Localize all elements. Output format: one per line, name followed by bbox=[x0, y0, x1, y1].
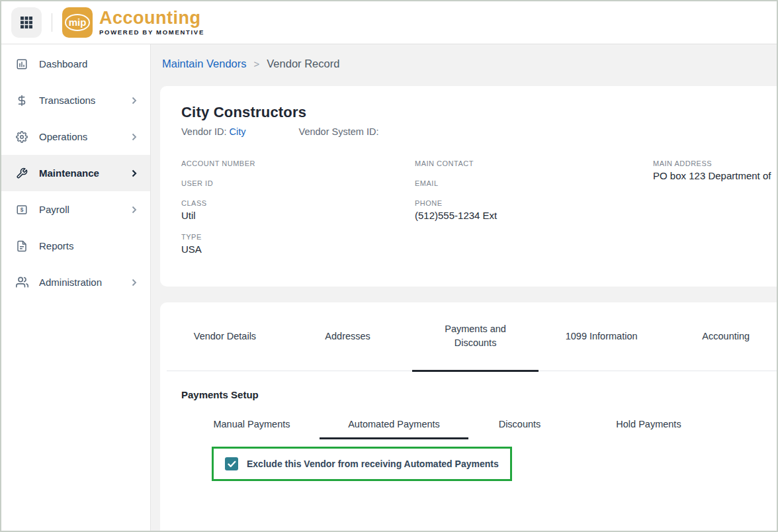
gear-icon bbox=[16, 131, 30, 143]
svg-text:$: $ bbox=[21, 207, 24, 213]
field-value: USA bbox=[181, 244, 415, 255]
vendor-detail-card: Vendor Details Addresses Payments and Di… bbox=[160, 302, 777, 531]
tab-label: Accounting bbox=[702, 331, 750, 341]
sidebar-item-label: Administration bbox=[39, 277, 102, 288]
vendor-id-row: Vendor ID: City Vendor System ID: bbox=[181, 126, 766, 137]
main-content: Maintain Vendors > Vendor Record City Co… bbox=[151, 44, 777, 531]
sidebar-nav: Dashboard Transactions Operations bbox=[1, 44, 151, 531]
vendor-fields-column-2: MAIN CONTACT EMAIL PHONE (512)555-1234 E… bbox=[415, 159, 653, 267]
field-value: Util bbox=[181, 210, 415, 221]
field-main-contact: MAIN CONTACT bbox=[415, 159, 653, 167]
dollar-icon bbox=[16, 95, 30, 107]
tab-label: Payments and Discounts bbox=[437, 322, 513, 350]
chevron-right-icon bbox=[132, 169, 137, 177]
payroll-dollar-icon: $ bbox=[16, 204, 30, 216]
exclude-vendor-checkbox[interactable] bbox=[225, 457, 238, 470]
breadcrumb-link-maintain-vendors[interactable]: Maintain Vendors bbox=[162, 58, 247, 70]
chevron-right-icon bbox=[132, 279, 137, 287]
subtab-label: Discounts bbox=[499, 419, 541, 429]
breadcrumb-current: Vendor Record bbox=[267, 58, 339, 70]
sidebar-item-label: Maintenance bbox=[39, 167, 99, 179]
field-main-address: MAIN ADDRESS PO box 123 Department of bbox=[653, 159, 766, 181]
exclude-vendor-checkbox-label[interactable]: Exclude this Vendor from receiving Autom… bbox=[247, 459, 499, 469]
app-launcher-button[interactable] bbox=[11, 7, 42, 38]
sidebar-item-payroll[interactable]: $ Payroll bbox=[1, 191, 150, 228]
sidebar-item-label: Reports bbox=[39, 240, 74, 251]
sidebar-item-label: Operations bbox=[39, 131, 87, 142]
tab-vendor-details[interactable]: Vendor Details bbox=[167, 302, 283, 372]
sidebar-item-reports[interactable]: Reports bbox=[1, 228, 150, 264]
field-phone: PHONE (512)555-1234 Ext bbox=[415, 199, 653, 221]
sidebar-item-label: Payroll bbox=[39, 204, 69, 215]
field-label: USER ID bbox=[181, 179, 415, 187]
vendor-name: City Constructors bbox=[181, 104, 766, 121]
subtab-manual-payments[interactable]: Manual Payments bbox=[184, 408, 320, 439]
tab-payments-and-discounts[interactable]: Payments and Discounts bbox=[412, 302, 539, 372]
sidebar-item-administration[interactable]: Administration bbox=[1, 264, 150, 300]
field-account-number: ACCOUNT NUMBER bbox=[181, 159, 415, 167]
tab-accounting[interactable]: Accounting bbox=[664, 302, 777, 372]
chevron-right-icon bbox=[132, 97, 137, 105]
sidebar-item-label: Dashboard bbox=[39, 58, 87, 69]
tab-label: Vendor Details bbox=[194, 331, 256, 341]
users-icon bbox=[16, 276, 30, 288]
subtab-label: Automated Payments bbox=[348, 419, 440, 429]
field-label: MAIN CONTACT bbox=[415, 159, 653, 167]
field-label: CLASS bbox=[181, 199, 415, 207]
tab-1099-information[interactable]: 1099 Information bbox=[539, 302, 665, 372]
wrench-icon bbox=[16, 167, 30, 179]
header-divider bbox=[52, 13, 52, 32]
brand-tagline: POWERED BY MOMENTIVE bbox=[99, 28, 204, 36]
field-value: PO box 123 Department of bbox=[653, 170, 766, 181]
brand-block: Accounting POWERED BY MOMENTIVE bbox=[99, 9, 204, 36]
vendor-id: Vendor ID: City bbox=[181, 126, 246, 137]
document-icon bbox=[16, 240, 30, 252]
subtab-label: Manual Payments bbox=[213, 419, 290, 429]
vendor-summary-card: City Constructors Vendor ID: City Vendor… bbox=[160, 86, 777, 287]
field-label: MAIN ADDRESS bbox=[653, 159, 766, 167]
payments-subtabs: Manual Payments Automated Payments Disco… bbox=[184, 408, 777, 439]
field-label: ACCOUNT NUMBER bbox=[181, 159, 415, 167]
field-user-id: USER ID bbox=[181, 179, 415, 187]
field-label: EMAIL bbox=[415, 179, 653, 187]
vendor-tabs: Vendor Details Addresses Payments and Di… bbox=[167, 302, 777, 371]
exclude-vendor-highlight-box: Exclude this Vendor from receiving Autom… bbox=[212, 447, 512, 481]
vendor-fields-column-3: MAIN ADDRESS PO box 123 Department of bbox=[653, 159, 766, 267]
vendor-system-id-label: Vendor System ID: bbox=[299, 126, 379, 137]
field-email: EMAIL bbox=[415, 179, 653, 187]
sidebar-item-maintenance[interactable]: Maintenance bbox=[1, 155, 150, 191]
vendor-id-label: Vendor ID: bbox=[181, 126, 227, 137]
breadcrumb-separator: > bbox=[254, 58, 260, 69]
tab-label: Addresses bbox=[325, 331, 370, 341]
top-bar: mip Accounting POWERED BY MOMENTIVE bbox=[1, 1, 777, 44]
payments-setup-heading: Payments Setup bbox=[181, 389, 777, 400]
subtab-discounts[interactable]: Discounts bbox=[468, 408, 571, 439]
grid-icon bbox=[19, 15, 34, 30]
app-window: mip Accounting POWERED BY MOMENTIVE Dash… bbox=[0, 0, 778, 532]
subtab-automated-payments[interactable]: Automated Payments bbox=[320, 408, 468, 439]
field-label: TYPE bbox=[181, 233, 415, 241]
field-type: TYPE USA bbox=[181, 233, 415, 255]
sidebar-item-dashboard[interactable]: Dashboard bbox=[1, 46, 150, 82]
tab-label: 1099 Information bbox=[566, 331, 638, 341]
vendor-fields-column-1: ACCOUNT NUMBER USER ID CLASS Util TYPE U… bbox=[181, 159, 415, 267]
field-class: CLASS Util bbox=[181, 199, 415, 221]
field-label: PHONE bbox=[415, 199, 653, 207]
mip-logo-text: mip bbox=[65, 14, 91, 31]
subtab-label: Hold Payments bbox=[616, 419, 681, 429]
sidebar-item-label: Transactions bbox=[39, 95, 95, 106]
checkmark-icon bbox=[228, 461, 236, 468]
mip-logo: mip bbox=[62, 7, 93, 38]
chevron-right-icon bbox=[132, 133, 137, 141]
field-value: (512)555-1234 Ext bbox=[415, 210, 653, 221]
tab-addresses[interactable]: Addresses bbox=[283, 302, 412, 372]
sidebar-item-operations[interactable]: Operations bbox=[1, 118, 150, 155]
breadcrumb: Maintain Vendors > Vendor Record bbox=[162, 58, 777, 70]
dashboard-icon bbox=[16, 58, 30, 70]
vendor-id-link[interactable]: City bbox=[230, 126, 246, 137]
subtab-hold-payments[interactable]: Hold Payments bbox=[571, 408, 726, 439]
vendor-fields: ACCOUNT NUMBER USER ID CLASS Util TYPE U… bbox=[181, 159, 766, 267]
chevron-right-icon bbox=[132, 206, 137, 214]
app-title: Accounting bbox=[99, 9, 204, 27]
sidebar-item-transactions[interactable]: Transactions bbox=[1, 82, 150, 118]
